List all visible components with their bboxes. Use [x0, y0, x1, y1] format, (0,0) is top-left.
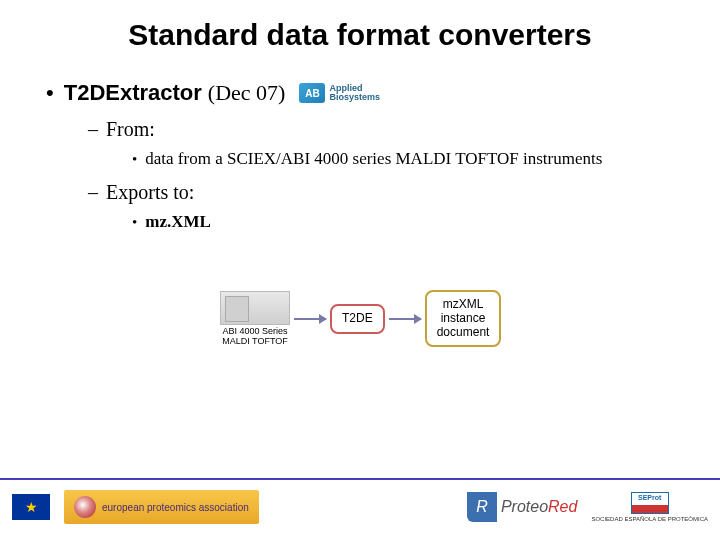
eu-flag-icon: ★	[12, 494, 50, 520]
ab-mark-icon: AB	[299, 83, 325, 103]
out-line3: document	[437, 325, 490, 339]
eupa-mark-icon	[74, 496, 96, 518]
ab-line2: Biosystems	[329, 92, 380, 102]
proteored-text: ProteoRed	[501, 498, 578, 516]
eupa-text: european proteomics association	[102, 502, 249, 513]
exports-heading: –Exports to:	[40, 181, 680, 204]
slide: Standard data format converters • T2DExt…	[0, 0, 720, 540]
eupa-logo: european proteomics association	[64, 490, 259, 524]
arrow-icon	[294, 318, 326, 320]
sep-logo: SEProt SOCIEDAD ESPAÑOLA DE PROTEÓMICA	[591, 492, 708, 522]
out-line2: instance	[441, 311, 486, 325]
instrument-label: ABI 4000 Series MALDI TOFTOF	[222, 327, 288, 347]
sep-label: SOCIEDAD ESPAÑOLA DE PROTEÓMICA	[591, 516, 708, 522]
arrow-icon	[389, 318, 421, 320]
dash-icon: –	[88, 181, 98, 203]
bullet-t2dextractor: • T2DExtractor (Dec 07) AB Applied Biosy…	[40, 80, 680, 106]
from-heading: –From:	[40, 118, 680, 141]
exports-label: Exports to:	[106, 181, 194, 203]
instrument-line2: MALDI TOFTOF	[222, 336, 288, 346]
tool-name: T2DExtractor	[64, 80, 202, 106]
tool-date: (Dec 07)	[208, 80, 286, 106]
instrument-block: ABI 4000 Series MALDI TOFTOF	[220, 291, 290, 347]
dash-icon: –	[88, 118, 98, 140]
proteored-logo: R ProteoRed	[467, 492, 578, 522]
exports-detail-row: •mz.XML	[40, 212, 680, 232]
out-line1: mzXML	[443, 297, 484, 311]
instrument-icon	[220, 291, 290, 325]
proteored-mark-icon: R	[467, 492, 497, 522]
bullet-dot-icon: •	[132, 151, 137, 167]
exports-detail: mz.XML	[145, 212, 211, 231]
output-box: mzXML instance document	[425, 290, 502, 347]
from-detail: data from a SCIEX/ABI 4000 series MALDI …	[145, 149, 602, 168]
proteored-gray: Proteo	[501, 498, 548, 515]
from-label: From:	[106, 118, 155, 140]
instrument-line1: ABI 4000 Series	[222, 326, 287, 336]
slide-title: Standard data format converters	[40, 18, 680, 52]
bullet-dot-icon: •	[132, 214, 137, 230]
flow-diagram: ABI 4000 Series MALDI TOFTOF T2DE mzXML …	[220, 290, 501, 347]
footer-logos: ★ european proteomics association R Prot…	[0, 478, 720, 534]
sep-mark-icon: SEProt	[631, 492, 669, 514]
bullet-dot: •	[46, 82, 54, 104]
from-detail-row: •data from a SCIEX/ABI 4000 series MALDI…	[40, 149, 680, 169]
ab-text: Applied Biosystems	[329, 84, 380, 102]
applied-biosystems-logo: AB Applied Biosystems	[299, 83, 380, 103]
proteored-red: Red	[548, 498, 577, 515]
t2de-box: T2DE	[330, 304, 385, 334]
